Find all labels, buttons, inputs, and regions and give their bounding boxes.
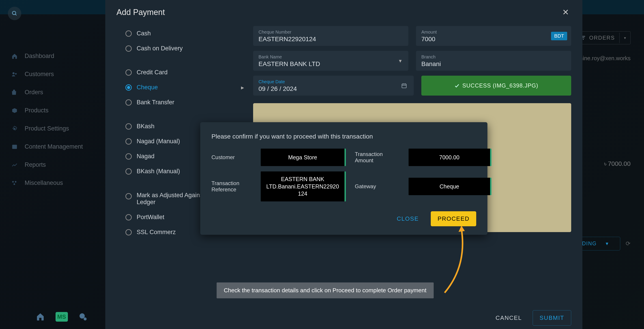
sidebar-item-customers[interactable]: Customers [11,65,105,83]
radio-icon [126,168,132,175]
org-badge[interactable]: MS [56,311,67,322]
chevron-down-icon: ▾ [399,58,402,64]
svg-point-4 [14,128,16,129]
sidebar-item-content-management[interactable]: Content Management [11,138,105,156]
sidebar-item-miscellaneous[interactable]: Miscellaneous [11,174,105,192]
sidebar-label: Content Management [25,143,83,150]
chart-icon [11,162,18,168]
svg-line-1 [15,14,16,15]
misc-icon [11,180,18,186]
svg-point-2 [12,72,14,74]
amount-field[interactable]: Amount 7000 BDT [416,26,571,46]
pm-label: BKash (Manual) [137,168,180,175]
chevron-down-icon[interactable]: ▾ [619,33,630,43]
svg-point-9 [80,313,85,319]
close-icon[interactable]: ✕ [562,7,569,17]
modal-header: Add Payment ✕ [105,0,582,21]
proceed-button[interactable]: PROCEED [431,211,476,226]
svg-point-0 [12,11,16,14]
sidebar-label: Dashboard [25,53,54,59]
behind-content: ORDERS ▾ josephine.roy@xen.works ৳ 7000.… [582,0,644,329]
field-value: EASTERN BANK LTD [258,60,403,68]
confirm-title: Please confirm if you want to proceed wi… [212,133,476,140]
field-value: EASTERN22920124 [258,35,403,43]
cancel-button[interactable]: CANCEL [490,311,527,326]
box-icon [11,107,18,114]
field-value: Banani [421,60,566,68]
sidebar-item-orders[interactable]: Orders [11,83,105,101]
pm-label: SSL Commerz [137,229,176,236]
layout-icon [11,143,18,150]
pm-label: BKash [137,123,154,130]
confirm-customer-label: Customer [212,154,252,160]
radio-icon [126,214,132,220]
sidebar: Dashboard Customers Orders Products Prod… [0,0,105,329]
pm-label: Cash on Delivery [137,45,183,52]
currency-symbol: ৳ [604,160,606,168]
sidebar-label: Product Settings [25,125,69,132]
sidebar-label: Customers [25,71,54,78]
upload-success-button[interactable]: SUCCESS (IMG_6398.JPG) [421,76,571,96]
confirm-ref-value: EASTERN BANK LTD.Banani.EASTERN22920124 [261,171,346,201]
confirm-amount-value: 7000.00 [408,149,492,166]
sidebar-label: Miscellaneous [25,180,63,186]
confirm-ref-label: Transaction Reference [212,180,252,193]
sidebar-item-product-settings[interactable]: Product Settings [11,119,105,138]
sidebar-item-dashboard[interactable]: Dashboard [11,47,105,65]
annotation-tooltip: Check the transaction details and click … [216,283,434,298]
sidebar-label: Orders [25,89,43,96]
home-shortcut[interactable] [35,311,46,322]
order-amount: ৳ 7000.00 [604,160,630,168]
svg-point-8 [14,183,15,185]
sidebar-label: Products [25,107,48,114]
search-button[interactable] [8,7,21,20]
cheque-number-field[interactable]: Cheque Number EASTERN22920124 [253,26,408,46]
field-value: 09 / 26 / 2024 [258,85,408,92]
modal-footer: CANCEL SUBMIT [105,307,582,329]
currency-chip[interactable]: BDT [551,32,567,40]
svg-point-3 [15,73,16,74]
radio-icon [126,193,132,199]
pm-cash[interactable]: Cash [123,26,249,41]
pm-label: Bank Transfer [137,99,174,106]
branch-field[interactable]: Branch Banani [416,51,571,71]
pm-cod[interactable]: Cash on Delivery [123,41,249,56]
pm-label: PortWallet [137,214,164,221]
pm-label: Credit Card [137,69,168,76]
sidebar-item-products[interactable]: Products [11,101,105,119]
home-icon [11,53,18,59]
field-label: Bank Name [258,54,403,59]
field-label: Branch [421,54,566,59]
pm-label: Cash [137,30,151,37]
pm-bank-transfer[interactable]: Bank Transfer [123,95,249,110]
pm-credit-card[interactable]: Credit Card [123,65,249,80]
submit-button[interactable]: SUBMIT [533,310,571,326]
search-icon [12,10,18,16]
calendar-icon[interactable] [401,83,407,89]
settings-shortcut[interactable] [77,311,88,322]
orders-filter-button[interactable]: ORDERS ▾ [576,31,630,44]
orders-filter-label: ORDERS [589,35,615,41]
modal-title: Add Payment [116,7,165,17]
svg-rect-11 [402,84,406,88]
field-label: Cheque Number [258,29,403,35]
gear-icon [11,125,18,132]
pm-label: Nagad (Manual) [137,138,180,145]
field-label: Cheque Date [258,79,408,84]
chevron-right-icon: ▸ [241,84,244,91]
cheque-date-field[interactable]: Cheque Date 09 / 26 / 2024 [253,76,414,96]
svg-point-6 [12,181,14,182]
sidebar-item-reports[interactable]: Reports [11,156,105,174]
radio-icon [126,45,132,52]
svg-rect-5 [12,145,17,149]
users-icon [11,71,18,78]
refresh-icon[interactable]: ⟳ [626,240,630,247]
sidebar-label: Reports [25,161,46,168]
radio-icon [126,84,132,91]
confirm-customer-value: Mega Store [261,149,346,166]
confirm-amount-label: Transaction Amount [355,151,400,164]
confirm-dialog: Please confirm if you want to proceed wi… [200,122,488,235]
pm-cheque[interactable]: Cheque▸ [123,80,249,95]
close-button[interactable]: CLOSE [391,211,424,226]
bank-name-field[interactable]: Bank Name EASTERN BANK LTD ▾ [253,51,408,71]
